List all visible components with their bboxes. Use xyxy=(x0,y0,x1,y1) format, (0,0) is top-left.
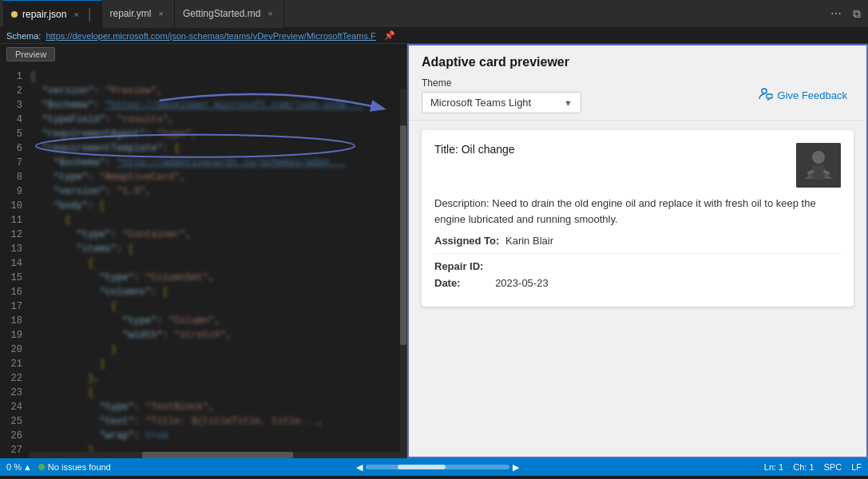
card-divider xyxy=(434,253,841,254)
modified-dot xyxy=(11,11,18,18)
svg-point-5 xyxy=(812,151,825,164)
scroll-right-icon[interactable]: ▶ xyxy=(513,462,519,473)
schema-bar: Schema: https://developer.microsoft.com/… xyxy=(0,28,868,44)
feedback-icon xyxy=(759,87,773,105)
svg-point-2 xyxy=(762,89,767,93)
date-value: 2023-05-23 xyxy=(495,277,549,289)
status-left: 0 % ▲ No issues found xyxy=(6,462,111,472)
adaptive-card: Title: Oil change xyxy=(422,130,854,307)
tab-label-repair-json: repair.json xyxy=(22,9,66,20)
schema-label: Schema: xyxy=(6,31,41,41)
give-feedback-button[interactable]: Give Feedback xyxy=(752,84,854,108)
repair-id-label: Repair ID: xyxy=(434,260,483,272)
char-info: Ch: 1 xyxy=(793,462,814,472)
editor-horizontal-scrollbar[interactable] xyxy=(29,452,406,458)
assigned-to-label: Assigned To: xyxy=(434,235,499,247)
close-tab-getting-started[interactable]: × xyxy=(265,8,275,19)
close-tab-repair-json[interactable]: × xyxy=(71,9,81,20)
editor-toolbar: Preview xyxy=(0,44,406,65)
chevron-down-icon: ▼ xyxy=(564,98,573,108)
zoom-level: 0 % xyxy=(6,462,22,472)
spacing-info: SPC xyxy=(824,462,842,472)
code-area[interactable]: 12345 678910 1112131415 1617181920 21222… xyxy=(0,65,406,455)
theme-group: Theme Microsoft Teams Light ▼ xyxy=(422,77,581,113)
status-ok-icon xyxy=(38,464,45,470)
card-date: Date: 2023-05-23 xyxy=(434,277,841,289)
preview-header: Adaptive card previewer Theme Microsoft … xyxy=(409,46,866,121)
zoom-control[interactable]: 0 % ▲ xyxy=(6,462,32,472)
schema-url[interactable]: https://developer.microsoft.com/json-sch… xyxy=(46,31,375,41)
tab-repair-json[interactable]: repair.json × | xyxy=(3,0,102,28)
preview-button[interactable]: Preview xyxy=(6,47,55,61)
card-title: Title: Oil change xyxy=(434,143,515,156)
status-scrollbar-area: ◀ ▶ xyxy=(117,462,758,473)
card-image-inner xyxy=(796,143,841,188)
tab-repair-yml[interactable]: repair.yml × xyxy=(102,0,175,28)
main-layout: Preview 12345 678910 1112131415 16171819… xyxy=(0,44,868,458)
code-lines: 12345 678910 1112131415 1617181920 21222… xyxy=(0,68,406,452)
svg-rect-3 xyxy=(767,94,772,98)
card-image xyxy=(796,143,841,188)
scroll-left-icon[interactable]: ◀ xyxy=(356,462,363,473)
line-numbers: 12345 678910 1112131415 1617181920 21222… xyxy=(0,68,29,452)
line-ending-info: LF xyxy=(851,462,862,472)
schema-pin-icon[interactable]: 📌 xyxy=(384,30,395,41)
status-no-issues-label: No issues found xyxy=(48,462,111,472)
line-info: Ln: 1 xyxy=(764,462,783,472)
editor-vscroll-thumb[interactable] xyxy=(400,125,406,345)
tab-label-getting-started: GettingStarted.md xyxy=(183,8,260,19)
preview-controls: Theme Microsoft Teams Light ▼ xyxy=(422,77,854,113)
zoom-arrow-icon: ▲ xyxy=(23,462,32,472)
code-content: { "version": "Preview", "$schema": "http… xyxy=(29,68,406,452)
preview-pane: Adaptive card previewer Theme Microsoft … xyxy=(407,44,868,458)
editor-pane: Preview 12345 678910 1112131415 16171819… xyxy=(0,44,407,458)
date-label: Date: xyxy=(434,277,461,289)
status-bar: 0 % ▲ No issues found ◀ ▶ Ln: 1 Ch: 1 SP… xyxy=(0,458,868,476)
card-header: Title: Oil change xyxy=(434,143,841,188)
preview-title: Adaptive card previewer xyxy=(422,55,854,69)
editor-scrollbar-thumb[interactable] xyxy=(142,452,293,458)
tab-bar: repair.json × | repair.yml × GettingStar… xyxy=(0,0,868,28)
card-assigned-to: Assigned To: Karin Blair xyxy=(434,235,841,247)
card-repair-id: Repair ID: xyxy=(434,260,841,272)
tab-overflow-button[interactable]: ⋯ xyxy=(826,6,846,22)
tab-label-repair-yml: repair.yml xyxy=(110,8,152,19)
card-description: Description: Need to drain the old engin… xyxy=(434,196,841,227)
card-content-area: Title: Oil change xyxy=(409,121,866,457)
tab-divider: | xyxy=(86,6,93,22)
theme-value: Microsoft Teams Light xyxy=(430,97,531,109)
status-scrollbar-thumb[interactable] xyxy=(398,465,446,469)
theme-select[interactable]: Microsoft Teams Light ▼ xyxy=(422,92,581,113)
svg-rect-6 xyxy=(812,165,825,180)
tab-getting-started[interactable]: GettingStarted.md × xyxy=(175,0,284,28)
close-tab-repair-yml[interactable]: × xyxy=(157,8,166,19)
assigned-to-value: Karin Blair xyxy=(505,235,553,247)
editor-vertical-scrollbar[interactable] xyxy=(400,89,406,455)
feedback-label: Give Feedback xyxy=(778,89,847,101)
tab-actions: ⋯ ⧉ xyxy=(826,6,865,22)
status-scrollbar-track[interactable] xyxy=(366,465,509,469)
theme-label: Theme xyxy=(422,77,581,89)
tab-split-button[interactable]: ⧉ xyxy=(849,6,865,22)
status-no-issues: No issues found xyxy=(38,462,111,472)
status-right: Ln: 1 Ch: 1 SPC LF xyxy=(764,462,862,472)
